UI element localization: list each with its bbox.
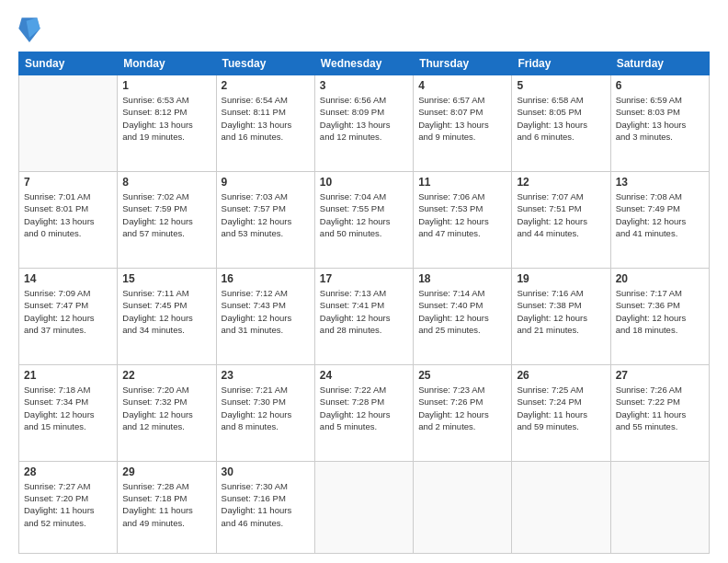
day-info: Sunrise: 7:08 AMSunset: 7:49 PMDaylight:…: [616, 190, 704, 239]
day-number: 12: [517, 176, 605, 189]
calendar-cell: 11Sunrise: 7:06 AMSunset: 7:53 PMDayligh…: [414, 171, 512, 268]
day-number: 6: [616, 79, 704, 92]
calendar-cell: 8Sunrise: 7:02 AMSunset: 7:59 PMDaylight…: [118, 171, 216, 268]
calendar-cell: 20Sunrise: 7:17 AMSunset: 7:36 PMDayligh…: [610, 268, 709, 364]
day-info: Sunrise: 7:14 AMSunset: 7:40 PMDaylight:…: [418, 287, 506, 336]
weekday-header-wednesday: Wednesday: [314, 52, 413, 75]
day-number: 17: [320, 272, 408, 285]
calendar-cell: 18Sunrise: 7:14 AMSunset: 7:40 PMDayligh…: [414, 268, 512, 364]
day-number: 10: [320, 176, 408, 189]
calendar-cell: 26Sunrise: 7:25 AMSunset: 7:24 PMDayligh…: [512, 364, 610, 461]
calendar-cell: 22Sunrise: 7:20 AMSunset: 7:32 PMDayligh…: [118, 364, 216, 461]
day-info: Sunrise: 7:30 AMSunset: 7:16 PMDaylight:…: [222, 480, 310, 529]
day-number: 23: [222, 369, 310, 382]
day-number: 18: [418, 272, 506, 285]
day-info: Sunrise: 7:07 AMSunset: 7:51 PMDaylight:…: [517, 190, 605, 239]
day-info: Sunrise: 7:25 AMSunset: 7:24 PMDaylight:…: [517, 384, 605, 432]
day-info: Sunrise: 7:22 AMSunset: 7:28 PMDaylight:…: [320, 384, 408, 432]
day-number: 1: [122, 79, 210, 92]
calendar-cell: 16Sunrise: 7:12 AMSunset: 7:43 PMDayligh…: [216, 268, 314, 364]
day-number: 5: [517, 79, 605, 92]
week-row-3: 14Sunrise: 7:09 AMSunset: 7:47 PMDayligh…: [19, 268, 710, 364]
weekday-header-tuesday: Tuesday: [216, 52, 314, 75]
day-number: 13: [616, 176, 704, 189]
weekday-header-monday: Monday: [118, 52, 216, 75]
day-info: Sunrise: 6:54 AMSunset: 8:11 PMDaylight:…: [222, 94, 310, 143]
day-number: 21: [24, 369, 112, 382]
calendar-cell: 7Sunrise: 7:01 AMSunset: 8:01 PMDaylight…: [19, 171, 118, 268]
week-row-2: 7Sunrise: 7:01 AMSunset: 8:01 PMDaylight…: [19, 171, 710, 268]
day-number: 2: [222, 79, 310, 92]
calendar-cell: 10Sunrise: 7:04 AMSunset: 7:55 PMDayligh…: [314, 171, 413, 268]
calendar-cell: 5Sunrise: 6:58 AMSunset: 8:05 PMDaylight…: [512, 75, 610, 172]
calendar-cell: 12Sunrise: 7:07 AMSunset: 7:51 PMDayligh…: [512, 171, 610, 268]
day-number: 14: [24, 272, 112, 285]
calendar-table: SundayMondayTuesdayWednesdayThursdayFrid…: [18, 52, 710, 554]
day-info: Sunrise: 6:53 AMSunset: 8:12 PMDaylight:…: [122, 94, 210, 143]
day-info: Sunrise: 7:27 AMSunset: 7:20 PMDaylight:…: [24, 480, 112, 529]
calendar-cell: 4Sunrise: 6:57 AMSunset: 8:07 PMDaylight…: [414, 75, 512, 172]
day-info: Sunrise: 7:13 AMSunset: 7:41 PMDaylight:…: [320, 287, 408, 336]
day-number: 25: [418, 369, 506, 382]
day-info: Sunrise: 6:58 AMSunset: 8:05 PMDaylight:…: [517, 94, 605, 143]
day-info: Sunrise: 6:57 AMSunset: 8:07 PMDaylight:…: [418, 94, 506, 143]
calendar-cell: 21Sunrise: 7:18 AMSunset: 7:34 PMDayligh…: [19, 364, 118, 461]
calendar-cell: 2Sunrise: 6:54 AMSunset: 8:11 PMDaylight…: [216, 75, 314, 172]
calendar-cell: 14Sunrise: 7:09 AMSunset: 7:47 PMDayligh…: [19, 268, 118, 364]
header: [18, 15, 710, 42]
day-info: Sunrise: 6:56 AMSunset: 8:09 PMDaylight:…: [320, 94, 408, 143]
day-info: Sunrise: 7:03 AMSunset: 7:57 PMDaylight:…: [222, 190, 310, 239]
calendar-cell: 13Sunrise: 7:08 AMSunset: 7:49 PMDayligh…: [610, 171, 709, 268]
calendar-cell: 1Sunrise: 6:53 AMSunset: 8:12 PMDaylight…: [118, 75, 216, 172]
day-number: 24: [320, 369, 408, 382]
calendar-cell: 15Sunrise: 7:11 AMSunset: 7:45 PMDayligh…: [118, 268, 216, 364]
calendar-cell: 24Sunrise: 7:22 AMSunset: 7:28 PMDayligh…: [314, 364, 413, 461]
calendar-cell: 28Sunrise: 7:27 AMSunset: 7:20 PMDayligh…: [19, 461, 118, 553]
day-number: 30: [222, 465, 310, 478]
day-number: 22: [122, 369, 210, 382]
calendar-cell: 27Sunrise: 7:26 AMSunset: 7:22 PMDayligh…: [610, 364, 709, 461]
week-row-5: 28Sunrise: 7:27 AMSunset: 7:20 PMDayligh…: [19, 461, 710, 553]
day-info: Sunrise: 7:09 AMSunset: 7:47 PMDaylight:…: [24, 287, 112, 336]
day-info: Sunrise: 7:02 AMSunset: 7:59 PMDaylight:…: [122, 190, 210, 239]
calendar-cell: 25Sunrise: 7:23 AMSunset: 7:26 PMDayligh…: [414, 364, 512, 461]
calendar-cell: 19Sunrise: 7:16 AMSunset: 7:38 PMDayligh…: [512, 268, 610, 364]
logo: [18, 15, 42, 42]
day-info: Sunrise: 7:18 AMSunset: 7:34 PMDaylight:…: [24, 384, 112, 432]
day-info: Sunrise: 7:21 AMSunset: 7:30 PMDaylight:…: [222, 384, 310, 432]
weekday-header-friday: Friday: [512, 52, 610, 75]
calendar-cell: [414, 461, 512, 553]
calendar-cell: [610, 461, 709, 553]
day-info: Sunrise: 7:23 AMSunset: 7:26 PMDaylight:…: [418, 384, 506, 432]
logo-icon: [18, 15, 40, 42]
calendar-cell: 30Sunrise: 7:30 AMSunset: 7:16 PMDayligh…: [216, 461, 314, 553]
day-info: Sunrise: 7:17 AMSunset: 7:36 PMDaylight:…: [616, 287, 704, 336]
weekday-header-row: SundayMondayTuesdayWednesdayThursdayFrid…: [19, 52, 710, 75]
day-number: 19: [517, 272, 605, 285]
weekday-header-sunday: Sunday: [19, 52, 118, 75]
day-info: Sunrise: 7:01 AMSunset: 8:01 PMDaylight:…: [24, 190, 112, 239]
calendar-cell: [512, 461, 610, 553]
calendar-cell: 17Sunrise: 7:13 AMSunset: 7:41 PMDayligh…: [314, 268, 413, 364]
day-number: 9: [222, 176, 310, 189]
calendar-cell: 3Sunrise: 6:56 AMSunset: 8:09 PMDaylight…: [314, 75, 413, 172]
day-number: 11: [418, 176, 506, 189]
day-number: 8: [122, 176, 210, 189]
day-info: Sunrise: 7:20 AMSunset: 7:32 PMDaylight:…: [122, 384, 210, 432]
weekday-header-thursday: Thursday: [414, 52, 512, 75]
day-number: 7: [24, 176, 112, 189]
day-info: Sunrise: 7:16 AMSunset: 7:38 PMDaylight:…: [517, 287, 605, 336]
day-info: Sunrise: 7:12 AMSunset: 7:43 PMDaylight:…: [222, 287, 310, 336]
day-info: Sunrise: 6:59 AMSunset: 8:03 PMDaylight:…: [616, 94, 704, 143]
day-info: Sunrise: 7:11 AMSunset: 7:45 PMDaylight:…: [122, 287, 210, 336]
day-number: 15: [122, 272, 210, 285]
calendar-cell: 29Sunrise: 7:28 AMSunset: 7:18 PMDayligh…: [118, 461, 216, 553]
weekday-header-saturday: Saturday: [610, 52, 709, 75]
day-info: Sunrise: 7:26 AMSunset: 7:22 PMDaylight:…: [616, 384, 704, 432]
day-number: 26: [517, 369, 605, 382]
day-number: 29: [122, 465, 210, 478]
day-number: 20: [616, 272, 704, 285]
page: SundayMondayTuesdayWednesdayThursdayFrid…: [0, 0, 728, 563]
calendar-cell: 6Sunrise: 6:59 AMSunset: 8:03 PMDaylight…: [610, 75, 709, 172]
calendar-cell: [314, 461, 413, 553]
